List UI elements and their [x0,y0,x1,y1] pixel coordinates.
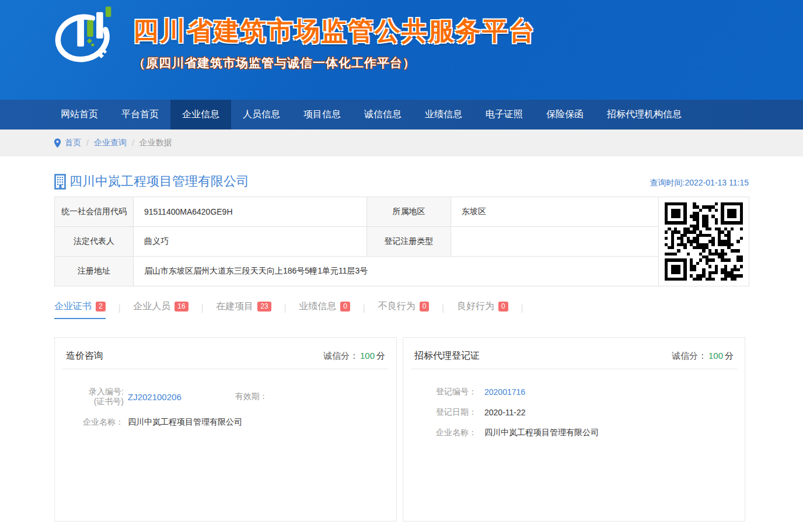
field-value: 四川中岚工程项目管理有限公司 [484,428,599,438]
site-logo[interactable] [50,5,119,71]
card-bidding-agency-registration: 招标代理登记证 诚信分：100分 登记编号： 202001716 登记日期： 2… [403,337,745,522]
nav-item-platform-home[interactable]: 平台首页 [110,100,170,130]
field-label: 企业名称： [55,417,124,428]
certificate-number-link[interactable]: ZJ202100206 [128,392,181,402]
count-badge: 23 [257,302,271,312]
tab-bad-behavior[interactable]: 不良行为 0 [378,300,430,319]
nav-item-bidding-agency-info[interactable]: 招标代理机构信息 [595,100,693,130]
company-title-row: 四川中岚工程项目管理有限公司 查询时间:2022-01-13 11:15 [54,173,749,190]
count-badge: 16 [174,302,188,312]
tab-separator: | [442,303,444,319]
site-title: 四川省建筑市场监管公共服务平台 [133,14,536,48]
tab-projects-in-progress[interactable]: 在建项目 23 [216,300,271,319]
building-icon [54,174,68,190]
site-header: 四川省建筑市场监管公共服务平台 （原四川省建筑市场监管与诚信一体化工作平台） [0,0,803,100]
nav-item-performance-info[interactable]: 业绩信息 [413,100,474,130]
credit-score-value: 100 [360,351,375,360]
table-row: 注册地址 眉山市东坡区眉州大道东三段天天向上186号5幢1单元11层3号 [55,257,749,286]
query-time: 查询时间:2022-01-13 11:15 [650,178,749,190]
value-credit-code: 91511400MA6420GE9H [134,197,367,227]
title-block: 四川省建筑市场监管公共服务平台 （原四川省建筑市场监管与诚信一体化工作平台） [133,14,536,71]
tab-separator: | [363,303,365,319]
nav-item-personnel-info[interactable]: 人员信息 [231,100,292,130]
field-label: 登记编号： [436,387,484,397]
credit-score-value: 100 [708,351,723,360]
validity-label: 有效期： [235,391,268,402]
qr-cell [659,197,749,286]
tab-separator: | [284,303,287,319]
label-credit-code: 统一社会信用代码 [55,197,134,227]
nav-item-insurance[interactable]: 保险保函 [535,100,595,130]
location-pin-icon [54,138,61,148]
field-row-company-name: 企业名称： 四川中岚工程项目管理有限公司 [55,417,396,428]
nav-item-project-info[interactable]: 项目信息 [292,100,352,130]
table-row: 法定代表人 曲义巧 登记注册类型 [55,227,749,257]
company-name: 四川中岚工程项目管理有限公司 [69,173,249,190]
nav-item-e-certificate[interactable]: 电子证照 [474,100,535,130]
label-region: 所属地区 [367,197,451,227]
tab-performance-info[interactable]: 业绩信息 0 [299,300,350,319]
card-body: 录入编号: (证书号) ZJ202100206 有效期： 企业名称： 四川中岚工… [55,369,396,428]
breadcrumb-home[interactable]: 首页 [65,138,81,148]
label-registered-address: 注册地址 [55,257,134,286]
credit-score: 诚信分：100分 [672,351,734,362]
label-legal-representative: 法定代表人 [55,227,134,257]
card-body: 登记编号： 202001716 登记日期： 2020-11-22 企业名称： 四… [403,369,745,438]
value-registered-address: 眉山市东坡区眉州大道东三段天天向上186号5幢1单元11层3号 [134,257,659,286]
tab-enterprise-personnel[interactable]: 企业人员 16 [133,300,188,319]
field-row-company-name: 企业名称： 四川中岚工程项目管理有限公司 [436,428,745,438]
value-registration-type [451,227,659,257]
count-badge: 0 [498,302,508,312]
field-value: 2020-11-22 [484,408,526,417]
label-registration-type: 登记注册类型 [367,227,451,257]
registration-number-link[interactable]: 202001716 [484,387,525,397]
breadcrumb: 首页 / 企业查询 / 企业数据 [0,130,803,156]
tabs-bar: 企业证书 2 | 企业人员 16 | 在建项目 23 | 业绩信息 0 | 不良… [54,300,749,319]
certificate-cards: 造价咨询 诚信分：100分 录入编号: (证书号) ZJ202100206 有效… [54,337,749,522]
breadcrumb-separator: / [86,138,89,148]
tab-separator: | [201,303,204,319]
nav-item-home[interactable]: 网站首页 [49,100,110,130]
qr-code [659,202,749,281]
tab-separator: | [118,303,121,319]
field-row-registration-number: 登记编号： 202001716 [436,387,745,397]
field-label: 企业名称： [436,428,484,438]
count-badge: 2 [96,302,106,312]
site-subtitle: （原四川省建筑市场监管与诚信一体化工作平台） [133,55,536,71]
field-row-registration-date: 登记日期： 2020-11-22 [436,407,745,418]
breadcrumb-current: 企业数据 [139,138,172,148]
field-row-reg-number: 录入编号: (证书号) ZJ202100206 有效期： [55,387,396,407]
main-content: 四川中岚工程项目管理有限公司 查询时间:2022-01-13 11:15 统一社… [54,173,749,532]
main-nav: 网站首页 平台首页 企业信息 人员信息 项目信息 诚信信息 业绩信息 电子证照 … [0,100,803,130]
breadcrumb-separator: / [132,138,134,148]
card-title: 招标代理登记证 [414,350,480,362]
count-badge: 0 [340,302,350,312]
company-info-table: 统一社会信用代码 91511400MA6420GE9H 所属地区 东坡区 法定代… [54,197,749,286]
field-value: 四川中岚工程项目管理有限公司 [128,417,242,428]
breadcrumb-enterprise-search[interactable]: 企业查询 [94,138,127,148]
value-region: 东坡区 [451,197,659,227]
field-label: 录入编号: (证书号) [55,387,124,407]
company-title: 四川中岚工程项目管理有限公司 [54,173,249,190]
card-header: 造价咨询 诚信分：100分 [62,338,389,369]
tab-separator: | [521,303,523,319]
logo-icon [50,5,119,71]
card-header: 招标代理登记证 诚信分：100分 [411,338,737,369]
credit-score: 诚信分：100分 [323,351,385,362]
count-badge: 0 [420,302,430,312]
tab-enterprise-certificates[interactable]: 企业证书 2 [54,300,106,319]
card-title: 造价咨询 [66,350,103,362]
nav-item-enterprise-info[interactable]: 企业信息 [170,100,231,130]
nav-item-credit-info[interactable]: 诚信信息 [352,100,413,130]
value-legal-representative: 曲义巧 [134,227,367,257]
card-cost-consulting: 造价咨询 诚信分：100分 录入编号: (证书号) ZJ202100206 有效… [54,337,397,522]
field-label: 登记日期： [436,407,484,418]
tab-good-behavior[interactable]: 良好行为 0 [457,300,508,319]
table-row: 统一社会信用代码 91511400MA6420GE9H 所属地区 东坡区 [55,197,749,227]
